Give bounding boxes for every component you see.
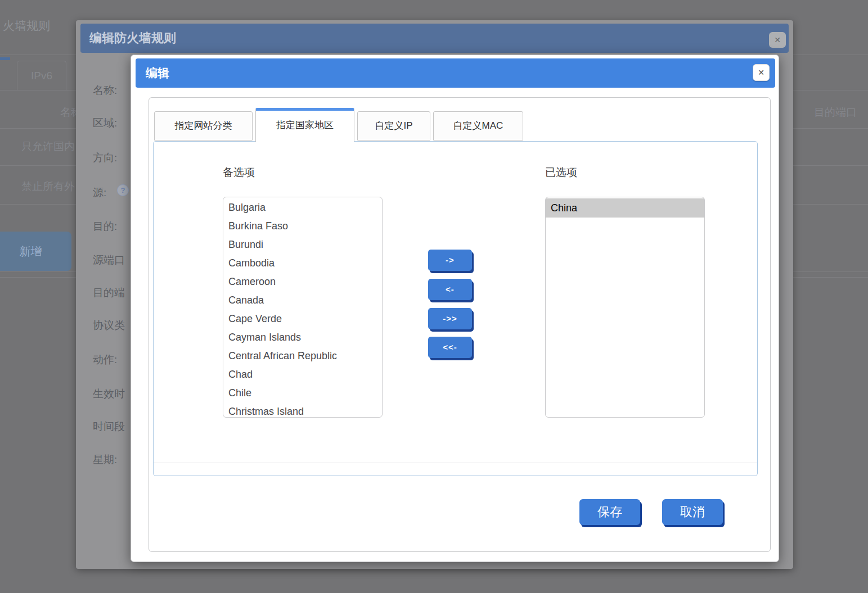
column-header-dest-port: 目的端口 — [814, 105, 857, 120]
divider — [154, 463, 757, 463]
modal-header: 编辑防火墙规则 — [80, 24, 789, 53]
dialog-title: 编辑 — [146, 58, 169, 88]
tab-ipv6[interactable]: IPv6 — [17, 61, 66, 90]
dialog-header: 编辑 — [136, 58, 775, 88]
dialog-panel: 指定网站分类 指定国家地区 自定义IP 自定义MAC 备选项 已选项 Bulga… — [149, 97, 771, 552]
field-label-effective-time: 生效时 — [93, 387, 125, 401]
list-item[interactable]: Burundi — [223, 236, 382, 254]
table-row[interactable]: 禁止所有外 — [21, 179, 75, 194]
field-label-zone: 区域: — [93, 116, 117, 130]
screen: 火墙规则 IPv6 名称 目的端口 只允许国内 禁止所有外 新增 编辑防火墙规则… — [0, 0, 868, 593]
move-right-button[interactable]: -> — [428, 250, 472, 271]
field-label-week: 星期: — [93, 452, 117, 467]
field-label-direction: 方向: — [93, 151, 117, 165]
tab-country-region[interactable]: 指定国家地区 — [255, 108, 354, 142]
edit-dialog: 编辑 ✕ 指定网站分类 指定国家地区 自定义IP 自定义MAC 备选项 已选项 … — [131, 55, 779, 562]
list-item[interactable]: Christmas Island — [223, 402, 382, 418]
close-icon[interactable]: ✕ — [753, 64, 770, 81]
list-item[interactable]: Burkina Faso — [223, 217, 382, 236]
tab-custom-ip[interactable]: 自定义IP — [357, 111, 430, 141]
list-item[interactable]: Canada — [223, 291, 382, 310]
list-item[interactable]: Cayman Islands — [223, 328, 382, 347]
list-item[interactable]: Bulgaria — [223, 198, 382, 217]
save-button[interactable]: 保存 — [579, 499, 640, 525]
available-listbox[interactable]: Bulgaria Burkina Faso Burundi Cambodia C… — [223, 197, 383, 418]
cancel-button[interactable]: 取消 — [662, 499, 723, 525]
move-left-button[interactable]: <- — [428, 279, 472, 300]
field-label-source: 源: — [93, 185, 106, 200]
selected-list-label: 已选项 — [545, 165, 577, 180]
list-item[interactable]: Cameroon — [223, 273, 382, 291]
field-label-dest-port: 目的端 — [93, 286, 125, 300]
list-item[interactable]: Cambodia — [223, 254, 382, 273]
field-label-source-port: 源端口 — [93, 253, 125, 268]
list-item[interactable]: Chad — [223, 365, 382, 384]
add-rule-button[interactable]: 新增 — [0, 232, 71, 271]
modal-title: 编辑防火墙规则 — [89, 24, 176, 53]
close-icon[interactable]: ✕ — [769, 32, 786, 48]
list-item-selected[interactable]: China — [546, 198, 704, 218]
tab-content-country-region: 备选项 已选项 Bulgaria Burkina Faso Burundi Ca… — [153, 141, 758, 476]
tab-custom-mac[interactable]: 自定义MAC — [433, 111, 523, 141]
field-label-name: 名称: — [93, 83, 117, 98]
tab-website-category[interactable]: 指定网站分类 — [154, 111, 253, 141]
available-list-label: 备选项 — [223, 165, 255, 180]
field-label-action: 动作: — [93, 352, 117, 367]
list-item[interactable]: Central African Republic — [223, 347, 382, 365]
field-label-protocol: 协议类 — [93, 318, 125, 333]
field-label-time-period: 时间段 — [93, 419, 125, 434]
selected-listbox[interactable]: China — [545, 197, 705, 418]
move-all-left-button[interactable]: <<- — [428, 337, 472, 358]
active-tab-indicator — [0, 57, 10, 60]
list-item[interactable]: Chile — [223, 384, 382, 402]
move-all-right-button[interactable]: ->> — [428, 308, 472, 329]
field-label-destination: 目的: — [93, 219, 117, 234]
page-title: 火墙规则 — [3, 18, 50, 34]
table-row[interactable]: 只允许国内 — [21, 139, 75, 154]
list-item[interactable]: Cape Verde — [223, 310, 382, 328]
help-icon: ? — [117, 184, 129, 196]
